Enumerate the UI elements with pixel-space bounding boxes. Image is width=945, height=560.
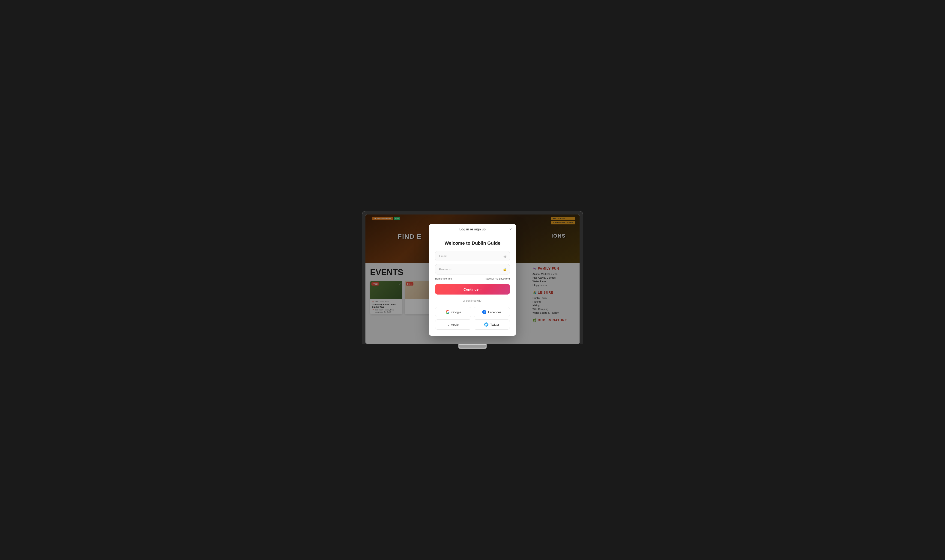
- twitter-icon: [484, 322, 488, 326]
- password-input-wrapper: 🔒: [435, 264, 510, 274]
- form-options: Remember me Recover my password: [435, 277, 510, 280]
- google-icon: [445, 310, 449, 314]
- modal-overlay: Log in or sign up × Welcome to Dublin Gu…: [365, 214, 580, 344]
- lock-icon: 🔒: [503, 268, 506, 271]
- or-divider: or continue with: [435, 299, 510, 302]
- facebook-icon: f: [482, 310, 486, 314]
- modal-body: Welcome to Dublin Guide @ 🔒: [429, 235, 516, 336]
- apple-label: Apple: [451, 323, 459, 326]
- chevron-right-icon: ›: [480, 288, 482, 291]
- modal-header: Log in or sign up ×: [429, 224, 516, 235]
- laptop-base: [458, 344, 487, 349]
- divider-right: [485, 301, 510, 301]
- facebook-login-button[interactable]: f Facebook: [474, 307, 510, 317]
- twitter-label: Twitter: [490, 323, 499, 326]
- social-buttons-grid: Google f Facebook  Apple: [435, 307, 510, 329]
- divider-left: [435, 301, 460, 301]
- login-modal: Log in or sign up × Welcome to Dublin Gu…: [429, 224, 516, 336]
- email-input[interactable]: [435, 251, 510, 261]
- laptop-frame: GRAFTON BARBER EAT RESTAURANT ALTERATION…: [362, 211, 583, 344]
- laptop-notch: [459, 345, 486, 348]
- modal-header-title: Log in or sign up: [459, 228, 486, 231]
- password-input[interactable]: [435, 264, 510, 274]
- google-login-button[interactable]: Google: [435, 307, 471, 317]
- or-continue-text: or continue with: [463, 299, 482, 302]
- continue-label: Continue: [463, 288, 479, 291]
- recover-password-link[interactable]: Recover my password: [485, 277, 510, 280]
- continue-button[interactable]: Continue ›: [435, 284, 510, 295]
- apple-icon: : [448, 322, 449, 326]
- modal-welcome-text: Welcome to Dublin Guide: [435, 240, 510, 246]
- email-input-wrapper: @: [435, 251, 510, 261]
- laptop-screen: GRAFTON BARBER EAT RESTAURANT ALTERATION…: [365, 214, 580, 344]
- modal-close-button[interactable]: ×: [508, 226, 513, 232]
- facebook-label: Facebook: [488, 311, 501, 314]
- remember-me-label[interactable]: Remember me: [435, 277, 452, 280]
- google-label: Google: [451, 311, 461, 314]
- email-icon: @: [503, 254, 506, 258]
- apple-login-button[interactable]:  Apple: [435, 320, 471, 329]
- twitter-login-button[interactable]: Twitter: [474, 320, 510, 329]
